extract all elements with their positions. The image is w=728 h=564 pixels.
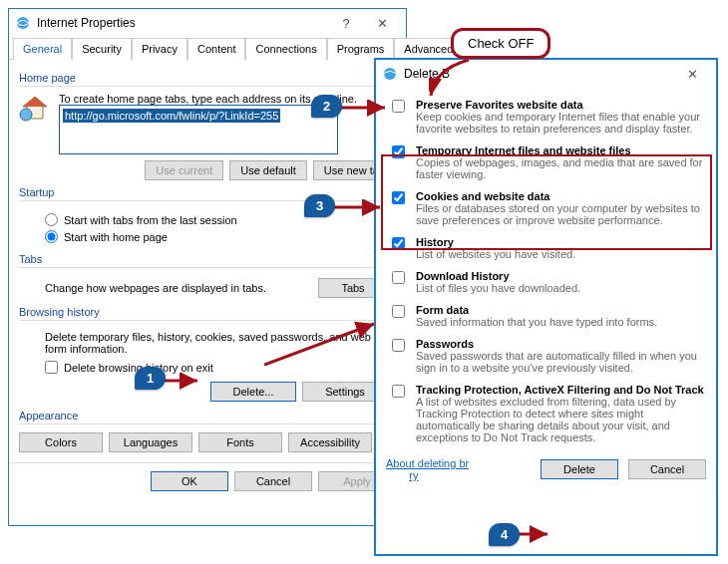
form-checkbox[interactable] [392, 305, 405, 318]
form-desc: Saved information that you have typed in… [416, 316, 657, 328]
home-page-hint: To create home page tabs, type each addr… [59, 93, 396, 105]
tracking-row: Tracking Protection, ActiveX Filtering a… [386, 379, 706, 443]
tracking-title: Tracking Protection, ActiveX Filtering a… [416, 384, 704, 396]
browsing-history-text: Delete temporary files, history, cookies… [45, 331, 388, 355]
tab-content[interactable]: Content [187, 38, 246, 60]
preserve-favorites-row: Preserve Favorites website data Keep coo… [386, 94, 706, 140]
help-button[interactable]: ? [330, 12, 362, 34]
form-title: Form data [416, 304, 657, 316]
use-current-button: Use current [145, 160, 223, 180]
close-button[interactable]: ✕ [362, 12, 402, 34]
delete-on-exit-checkbox[interactable]: Delete browsing history on exit [45, 361, 213, 374]
browsing-history-label: Browsing history [19, 306, 396, 318]
startup-home-radio[interactable]: Start with home page [45, 230, 168, 243]
history-checkbox[interactable] [392, 237, 405, 250]
dlhistory-checkbox[interactable] [392, 271, 405, 284]
delete-button[interactable]: Delete... [210, 382, 296, 402]
tab-strip: General Security Privacy Content Connect… [9, 37, 406, 60]
temp-files-row: Temporary Internet files and website fil… [386, 140, 706, 185]
svg-marker-2 [23, 97, 47, 107]
dialog-title: Internet Properties [37, 16, 136, 30]
temp-files-checkbox[interactable] [392, 145, 405, 158]
tabs-label: Tabs [19, 253, 396, 265]
annotation-check-off: Check OFF [451, 28, 550, 59]
temp-files-desc: Copies of webpages, images, and media th… [416, 156, 704, 180]
pw-title: Passwords [416, 338, 704, 350]
pw-row: Passwords Saved passwords that are autom… [386, 333, 706, 379]
internet-properties-dialog[interactable]: Internet Properties ? ✕ General Security… [8, 8, 407, 526]
home-icon [19, 93, 51, 125]
dlhistory-title: Download History [416, 270, 580, 282]
fonts-button[interactable]: Fonts [198, 432, 282, 452]
delete-confirm-button[interactable]: Delete [541, 459, 618, 479]
tracking-checkbox[interactable] [392, 385, 405, 398]
preserve-favorites-desc: Keep cookies and temporary Internet file… [416, 111, 704, 135]
preserve-favorites-checkbox[interactable] [392, 100, 405, 113]
svg-point-4 [384, 68, 396, 80]
delete-browsing-history-dialog[interactable]: Delete B ✕ Preserve Favorites website da… [374, 58, 718, 556]
cookies-row: Cookies and website data Files or databa… [386, 185, 706, 231]
pw-desc: Saved passwords that are automatically f… [416, 350, 704, 374]
titlebar[interactable]: Internet Properties ? ✕ [9, 9, 406, 37]
cookies-checkbox[interactable] [392, 191, 405, 204]
form-row: Form data Saved information that you hav… [386, 299, 706, 333]
annotation-3: 3 [304, 194, 335, 217]
languages-button[interactable]: Languages [109, 432, 192, 452]
history-title: History [416, 236, 575, 248]
accessibility-button[interactable]: Accessibility [288, 432, 372, 452]
about-link[interactable]: About deleting browsing history [386, 457, 521, 481]
use-default-button[interactable]: Use default [229, 160, 307, 180]
tab-connections[interactable]: Connections [245, 38, 326, 60]
temp-files-title: Temporary Internet files and website fil… [416, 144, 704, 156]
ie-options-icon [15, 15, 31, 31]
cookies-title: Cookies and website data [416, 190, 704, 202]
startup-label: Startup [19, 186, 396, 198]
cancel-button[interactable]: Cancel [628, 459, 706, 479]
cookies-desc: Files or databases stored on your comput… [416, 202, 704, 226]
annotation-4: 4 [489, 523, 520, 546]
titlebar[interactable]: Delete B ✕ [376, 60, 716, 88]
tab-security[interactable]: Security [72, 38, 132, 60]
ok-button[interactable]: OK [151, 471, 228, 491]
tracking-desc: A list of websites excluded from filteri… [416, 396, 704, 443]
close-button[interactable]: ✕ [672, 63, 712, 85]
colors-button[interactable]: Colors [19, 432, 103, 452]
tab-general[interactable]: General [13, 38, 72, 60]
home-page-label: Home page [19, 72, 396, 84]
ie-options-icon [382, 66, 398, 82]
tab-privacy[interactable]: Privacy [132, 38, 187, 60]
annotation-2: 2 [311, 95, 342, 118]
tab-programs[interactable]: Programs [327, 38, 395, 60]
annotation-1: 1 [135, 367, 166, 390]
home-page-url-input[interactable]: http://go.microsoft.com/fwlink/p/?LinkId… [59, 105, 338, 154]
home-page-url-text: http://go.microsoft.com/fwlink/p/?LinkId… [63, 109, 280, 123]
cancel-button[interactable]: Cancel [234, 471, 312, 491]
pw-checkbox[interactable] [392, 339, 405, 352]
history-row: History List of websites you have visite… [386, 231, 706, 265]
tabs-text: Change how webpages are displayed in tab… [45, 282, 310, 294]
history-desc: List of websites you have visited. [416, 248, 575, 260]
dlhistory-desc: List of files you have downloaded. [416, 282, 580, 294]
appearance-label: Appearance [19, 410, 396, 422]
dialog-title: Delete B [404, 67, 450, 81]
startup-tabs-radio[interactable]: Start with tabs from the last session [45, 213, 237, 226]
preserve-favorites-title: Preserve Favorites website data [416, 99, 704, 111]
svg-point-0 [17, 17, 29, 29]
svg-point-3 [20, 109, 32, 121]
dlhistory-row: Download History List of files you have … [386, 265, 706, 299]
